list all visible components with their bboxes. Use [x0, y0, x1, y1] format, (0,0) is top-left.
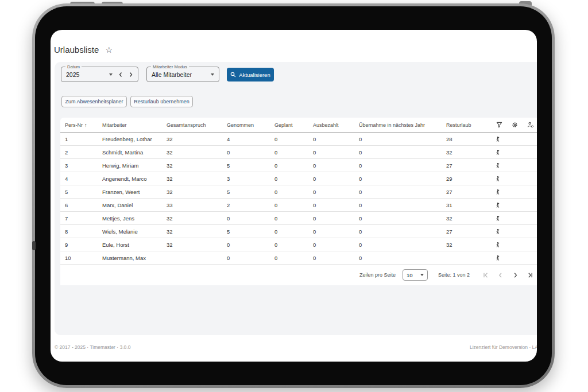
aktualisieren-label: Aktualisieren [239, 72, 270, 78]
cell-genommen: 5 [227, 228, 274, 235]
column-header-genommen[interactable]: Genommen [227, 122, 274, 128]
mitarbeiter-modus-value: Alle Mitarbeiter [152, 71, 211, 78]
cell-pers-nr: 1 [60, 136, 102, 142]
cell-mitarbeiter: Mustermann, Max [102, 255, 167, 261]
person-waving-icon[interactable] [495, 228, 537, 235]
cell-pers-nr: 7 [60, 215, 102, 222]
page-info: Seite: 1 von 2 [438, 272, 470, 278]
cell-gesamtanspruch: 32 [167, 176, 227, 182]
table-row[interactable]: 9 Eule, Horst 32 0 0 0 0 32 [60, 238, 537, 251]
table-header-row: Pers-Nr ↑ Mitarbeiter Gesamtanspruch Gen… [60, 118, 537, 133]
table-row[interactable]: 5 Franzen, Weert 32 5 0 0 0 27 [60, 185, 537, 199]
cell-uebernahme: 0 [359, 255, 446, 261]
cell-pers-nr: 6 [60, 202, 102, 208]
content-panel: Datum 2025 Mitarbeiter Modus Alle Mitarb… [55, 62, 537, 335]
cell-resturlaub: 27 [446, 189, 495, 195]
sort-ascending-icon: ↑ [84, 122, 87, 128]
table-row[interactable]: 8 Wiels, Melanie 32 5 0 0 0 27 [60, 225, 537, 238]
cell-geplant: 0 [274, 255, 313, 261]
caret-down-icon[interactable] [109, 73, 113, 76]
cell-gesamtanspruch: 32 [167, 149, 227, 156]
column-header-gesamtanspruch[interactable]: Gesamtanspruch [167, 122, 227, 128]
cell-mitarbeiter: Herwig, Miriam [102, 162, 167, 169]
cell-pers-nr: 10 [60, 255, 102, 261]
next-page-icon[interactable] [512, 272, 519, 278]
column-header-uebernahme[interactable]: Übernahme in nächstes Jahr [359, 122, 446, 128]
table-row[interactable]: 2 Schmidt, Martina 32 0 0 0 0 32 [60, 146, 537, 159]
person-waving-icon[interactable] [495, 176, 537, 182]
cell-genommen: 4 [227, 136, 274, 142]
resturlaub-uebernehmen-label: Resturlaub übernehmen [134, 99, 189, 104]
cell-uebernahme: 0 [359, 242, 446, 248]
table-body: 1 Freudenberg, Lothar 32 4 0 0 0 28 2 Sc… [60, 133, 537, 265]
first-page-icon[interactable] [482, 272, 489, 278]
cell-ausbezahlt: 0 [313, 242, 359, 248]
cell-resturlaub: 32 [446, 149, 495, 156]
chevron-left-icon[interactable] [118, 72, 123, 77]
cell-resturlaub: 31 [446, 202, 495, 208]
mockup-stage: Urlaubsliste ☆ Datum 2025 Mitarbeiter M [0, 0, 588, 392]
table-row[interactable]: 10 Mustermann, Max 0 0 0 0 [60, 251, 537, 265]
cell-genommen: 3 [227, 176, 274, 182]
table-row[interactable]: 3 Herwig, Miriam 32 5 0 0 0 27 [60, 159, 537, 172]
chevron-right-icon[interactable] [129, 72, 133, 77]
person-waving-icon[interactable] [495, 162, 537, 169]
cell-resturlaub: 27 [446, 162, 495, 169]
column-header-mitarbeiter[interactable]: Mitarbeiter [102, 122, 167, 128]
urlaubs-table: Pers-Nr ↑ Mitarbeiter Gesamtanspruch Gen… [60, 118, 537, 285]
footer-license: Lizenziert für Demoversion · LA [470, 344, 537, 350]
manage-accounts-icon[interactable] [527, 122, 534, 128]
cell-geplant: 0 [274, 136, 313, 142]
cell-resturlaub: 32 [446, 215, 495, 222]
person-waving-icon[interactable] [495, 189, 537, 195]
cell-ausbezahlt: 0 [313, 189, 359, 195]
rows-per-page-select[interactable]: 10 [403, 269, 428, 281]
datum-label: Datum [65, 64, 82, 69]
column-header-resturlaub[interactable]: Resturlaub [446, 122, 495, 128]
pagination-bar: Zeilen pro Seite 10 Seite: 1 von 2 [60, 265, 537, 285]
cell-genommen: 0 [227, 149, 274, 156]
star-outline-icon[interactable]: ☆ [105, 46, 113, 54]
column-header-ausbezahlt[interactable]: Ausbezahlt [313, 122, 359, 128]
cell-ausbezahlt: 0 [313, 149, 359, 156]
mitarbeiter-modus-select[interactable]: Mitarbeiter Modus Alle Mitarbeiter [146, 67, 219, 82]
cell-gesamtanspruch: 32 [167, 242, 227, 248]
cell-gesamtanspruch: 32 [167, 162, 227, 169]
column-header-pers-nr[interactable]: Pers-Nr ↑ [60, 122, 102, 128]
table-row[interactable]: 1 Freudenberg, Lothar 32 4 0 0 0 28 [60, 133, 537, 146]
cell-pers-nr: 9 [60, 242, 102, 248]
last-page-icon[interactable] [527, 272, 533, 278]
cell-pers-nr: 2 [60, 149, 102, 156]
person-waving-icon[interactable] [495, 242, 537, 248]
abwesenheitsplaner-button[interactable]: Zum Abwesenheitsplaner [61, 96, 127, 107]
table-row[interactable]: 7 Mettjes, Jens 32 0 0 0 0 32 [60, 212, 537, 225]
cell-genommen: 2 [227, 202, 274, 208]
person-waving-icon[interactable] [495, 255, 537, 261]
settings-gear-icon[interactable] [512, 122, 518, 128]
cell-ausbezahlt: 0 [313, 202, 359, 208]
cell-ausbezahlt: 0 [313, 176, 359, 182]
cell-geplant: 0 [274, 176, 313, 182]
person-waving-icon[interactable] [495, 136, 537, 142]
cell-gesamtanspruch: 32 [167, 136, 227, 142]
aktualisieren-button[interactable]: Aktualisieren [227, 68, 274, 81]
cell-gesamtanspruch: 32 [167, 189, 227, 195]
table-row[interactable]: 6 Marx, Daniel 33 2 0 0 0 31 [60, 199, 537, 212]
previous-page-icon[interactable] [497, 272, 504, 278]
datum-select[interactable]: Datum 2025 [61, 67, 138, 82]
person-waving-icon[interactable] [495, 149, 537, 156]
filter-icon[interactable] [496, 122, 502, 128]
cell-geplant: 0 [274, 202, 313, 208]
cell-uebernahme: 0 [359, 162, 446, 169]
cell-gesamtanspruch: 32 [167, 228, 227, 235]
resturlaub-uebernehmen-button[interactable]: Resturlaub übernehmen [130, 96, 193, 107]
cell-gesamtanspruch: 33 [167, 202, 227, 208]
person-waving-icon[interactable] [495, 202, 537, 208]
abwesenheitsplaner-label: Zum Abwesenheitsplaner [65, 99, 123, 104]
column-header-geplant[interactable]: Geplant [274, 122, 313, 128]
caret-down-icon[interactable] [211, 73, 214, 76]
cell-uebernahme: 0 [359, 215, 446, 222]
person-waving-icon[interactable] [495, 215, 537, 222]
datum-value: 2025 [66, 71, 109, 78]
table-row[interactable]: 4 Angenendt, Marco 32 3 0 0 0 29 [60, 172, 537, 185]
